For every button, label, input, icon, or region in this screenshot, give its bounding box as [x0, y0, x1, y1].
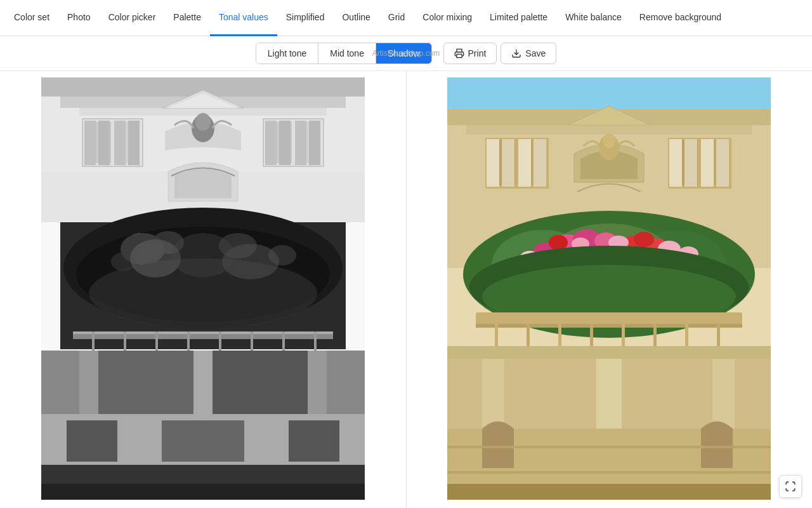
svg-rect-53	[67, 420, 117, 462]
svg-rect-73	[669, 139, 682, 187]
svg-rect-45	[314, 331, 317, 351]
svg-rect-50	[98, 351, 193, 414]
tone-button-light-tone[interactable]: Light tone	[256, 43, 319, 64]
svg-rect-76	[716, 139, 729, 187]
svg-rect-48	[308, 351, 327, 414]
tonal-building-image	[41, 77, 365, 500]
nav-item-tonal-values[interactable]: Tonal values	[210, 0, 277, 36]
toolbar: Light toneMid toneShadow Print Save Arti…	[0, 36, 812, 71]
svg-point-91	[634, 232, 654, 247]
svg-rect-99	[476, 312, 742, 324]
photo-image-panel	[407, 71, 813, 508]
svg-rect-51	[213, 351, 308, 414]
svg-rect-47	[79, 351, 98, 414]
photo-building-image	[447, 77, 771, 500]
nav-item-outline[interactable]: Outline	[333, 0, 379, 36]
svg-rect-116	[447, 471, 771, 474]
svg-rect-44	[282, 331, 285, 351]
svg-rect-117	[447, 484, 771, 500]
tone-button-mid-tone[interactable]: Mid tone	[318, 43, 376, 64]
svg-rect-55	[162, 420, 244, 462]
svg-rect-103	[558, 324, 561, 346]
svg-rect-102	[527, 324, 530, 346]
svg-rect-18	[279, 121, 291, 165]
svg-rect-101	[495, 324, 498, 346]
print-label: Print	[468, 48, 487, 58]
svg-rect-106	[653, 324, 657, 346]
fullscreen-icon	[785, 481, 796, 492]
svg-rect-59	[447, 77, 771, 109]
nav-item-simplified[interactable]: Simplified	[277, 0, 334, 36]
tonal-image-panel	[0, 71, 407, 508]
svg-rect-66	[487, 139, 499, 187]
nav-item-grid[interactable]: Grid	[379, 0, 414, 36]
nav-item-photo[interactable]: Photo	[58, 0, 100, 36]
svg-rect-113	[447, 346, 771, 359]
svg-rect-67	[502, 139, 514, 187]
tone-button-group: Light toneMid toneShadow	[256, 43, 432, 64]
svg-rect-38	[92, 331, 95, 351]
svg-rect-19	[295, 121, 306, 165]
svg-rect-105	[622, 324, 625, 346]
svg-rect-39	[124, 331, 126, 351]
svg-rect-42	[219, 331, 221, 351]
nav-item-color-mixing[interactable]: Color mixing	[414, 0, 481, 36]
svg-rect-10	[84, 121, 96, 165]
svg-rect-49	[193, 351, 213, 414]
svg-rect-75	[701, 139, 714, 187]
tone-button-shadow[interactable]: Shadow	[376, 43, 431, 64]
svg-rect-20	[309, 121, 320, 165]
svg-rect-115	[447, 446, 771, 448]
save-button[interactable]: Save	[501, 43, 556, 64]
svg-rect-0	[457, 54, 462, 57]
svg-rect-108	[717, 324, 720, 346]
fullscreen-button[interactable]	[779, 475, 802, 498]
svg-rect-17	[265, 121, 277, 165]
svg-rect-74	[684, 139, 697, 187]
save-icon	[511, 48, 521, 58]
svg-rect-13	[128, 121, 140, 165]
svg-rect-57	[41, 484, 365, 500]
svg-rect-69	[534, 139, 546, 187]
svg-point-22	[195, 113, 211, 131]
nav-item-color-picker[interactable]: Color picker	[100, 0, 165, 36]
nav-item-remove-background[interactable]: Remove background	[631, 0, 730, 36]
svg-rect-37	[73, 331, 333, 334]
svg-point-78	[603, 133, 615, 149]
svg-rect-12	[114, 121, 126, 165]
svg-rect-43	[251, 331, 253, 351]
nav-item-color-set[interactable]: Color set	[5, 0, 58, 36]
nav-item-palette[interactable]: Palette	[164, 0, 210, 36]
svg-rect-100	[476, 324, 742, 328]
svg-rect-107	[685, 324, 688, 346]
print-button[interactable]: Print	[443, 43, 497, 64]
main-content	[0, 71, 812, 508]
nav-item-white-balance[interactable]: White balance	[556, 0, 631, 36]
print-icon	[454, 48, 464, 58]
svg-rect-40	[155, 331, 158, 351]
navigation-bar: Color setPhotoColor pickerPaletteTonal v…	[0, 0, 812, 36]
svg-rect-41	[187, 331, 190, 351]
svg-rect-54	[289, 420, 339, 462]
save-label: Save	[525, 48, 546, 58]
svg-point-35	[171, 233, 235, 277]
svg-rect-68	[518, 139, 531, 187]
svg-rect-104	[590, 324, 593, 346]
svg-rect-62	[466, 125, 752, 135]
nav-item-limited-palette[interactable]: Limited palette	[481, 0, 556, 36]
svg-rect-11	[98, 121, 110, 165]
